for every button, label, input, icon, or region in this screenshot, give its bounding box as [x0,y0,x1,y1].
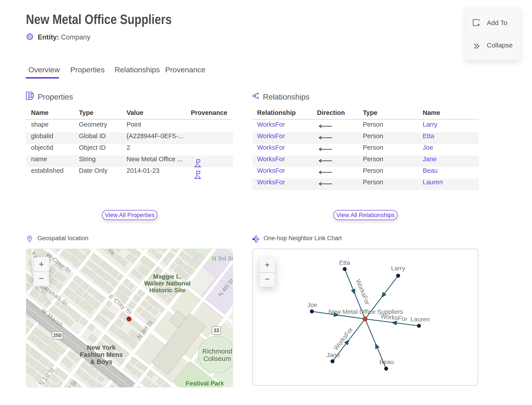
svg-text:Festival Park: Festival Park [186,380,224,387]
svg-text:New York: New York [87,344,116,351]
svg-text:250: 250 [53,332,62,338]
svg-text:Historic Site: Historic Site [149,287,185,294]
svg-text:Beau: Beau [379,358,394,365]
svg-text:Fashion Mens: Fashion Mens [80,351,123,358]
svg-text:N 3rd St: N 3rd St [212,255,233,262]
svg-text:WorksFor: WorksFor [355,278,371,306]
svg-text:Lauren: Lauren [411,316,430,323]
svg-text:Etta: Etta [339,259,350,266]
svg-text:& Boys: & Boys [90,358,112,365]
svg-text:Joe: Joe [307,301,317,308]
svg-text:Walker National: Walker National [144,280,190,287]
svg-text:Larry: Larry [391,265,405,272]
svg-text:Maggie L.: Maggie L. [153,273,181,280]
svg-text:33: 33 [213,328,219,333]
svg-text:Coliseum: Coliseum [203,355,231,362]
svg-text:Jane: Jane [326,351,340,358]
svg-text:Richmond: Richmond [202,348,232,355]
